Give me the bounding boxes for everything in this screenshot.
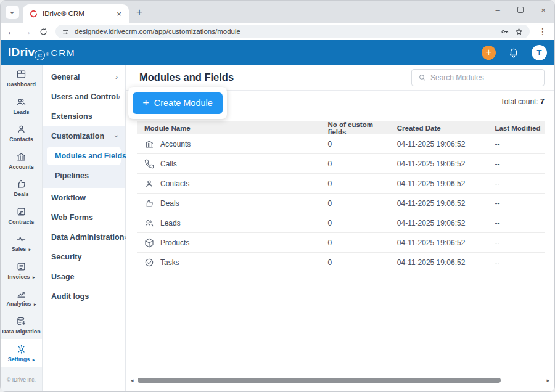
table-row-leads[interactable]: Leads 0 04-11-2025 19:06:52 -- [137,213,545,233]
table-row-accounts[interactable]: Accounts 0 04-11-2025 19:06:52 -- [137,134,545,154]
table-row-deals[interactable]: Deals 0 04-11-2025 19:06:52 -- [137,194,545,213]
main-content: Modules and Fields + Create Module Total… [126,65,554,391]
copyright-text: © IDrive Inc. [1,367,42,391]
leads-icon [144,218,154,228]
settings-menu-users-and-control[interactable]: Users and Control › [43,87,125,107]
sidebar-item-dashboard[interactable]: Dashboard [1,65,42,92]
logo-e-mark: e [35,50,45,60]
contracts-icon [16,206,27,217]
sidebar-item-contacts[interactable]: Contacts [1,120,42,147]
settings-menu-extensions[interactable]: Extensions [43,107,125,126]
chevron-right-icon: › [118,92,120,101]
table-row-products[interactable]: Products 0 04-11-2025 19:06:52 -- [137,233,545,253]
browser-tab[interactable]: IDrive® CRM × [23,4,129,23]
scrollbar-thumb[interactable] [138,378,501,383]
settings-menu-customization[interactable]: Customization › [43,126,125,146]
app-header: IDriv e ® CRM + T [1,40,554,65]
chevron-down-icon: › [112,135,121,137]
password-key-icon[interactable] [500,27,509,36]
settings-menu-general[interactable]: General › [43,67,125,87]
address-bar[interactable]: designdev.idrivecrm.com/app/customizatio… [56,25,530,38]
settings-menu-usage[interactable]: Usage [43,267,125,287]
table-row-contacts[interactable]: Contacts 0 04-11-2025 19:06:52 -- [137,174,545,194]
total-count-value: 7 [540,97,545,106]
sidebar-item-sales[interactable]: Sales ▸ [1,229,42,257]
forward-button[interactable]: → [23,27,31,36]
logo-text: IDriv [8,46,35,59]
settings-menu-modules-and-fields[interactable]: Modules and Fields [47,147,121,165]
back-button[interactable]: ← [7,27,15,36]
url-text[interactable]: designdev.idrivecrm.com/app/customizatio… [75,28,495,35]
submenu-arrow-icon: ▸ [33,357,35,362]
sidebar-item-contracts[interactable]: Contracts [1,202,42,230]
search-modules-input[interactable] [430,73,538,82]
analytics-icon [16,288,27,299]
tab-title: IDrive® CRM [43,10,110,17]
tab-close-icon[interactable]: × [114,9,124,18]
reload-button[interactable] [39,27,48,36]
products-icon [144,238,154,248]
settings-gear-icon [16,344,27,354]
window-close-button[interactable]: × [538,6,548,15]
idrive-crm-logo: IDriv e ® CRM [8,46,76,59]
settings-menu-security[interactable]: Security [43,247,125,267]
create-module-button[interactable]: + Create Module [133,92,223,114]
user-avatar[interactable]: T [532,45,547,60]
settings-menu-audit-logs[interactable]: Audit logs [43,287,125,306]
window-minimize-button[interactable]: – [493,6,503,15]
search-icon [418,73,426,81]
scroll-left-icon[interactable]: ◂ [131,377,134,383]
sidebar-item-invoices[interactable]: Invoices ▸ [1,257,42,285]
bookmark-star-icon[interactable] [514,27,524,36]
table-row-calls[interactable]: Calls 0 04-11-2025 19:06:52 -- [137,154,545,174]
column-last-modified: Last Modified [487,125,545,132]
plus-icon: + [142,97,149,110]
column-custom-fields: No of custom fields [320,121,389,136]
submenu-arrow-icon: ▸ [29,247,31,251]
settings-menu-data-administration[interactable]: Data Administration › [43,227,125,247]
data-migration-icon [16,316,27,327]
main-sidebar: Dashboard Leads Contacts Accounts Deals … [1,65,43,391]
idrive-favicon-icon [29,9,38,18]
modules-table: Module Name No of custom fields Created … [137,121,545,272]
tab-strip: › IDrive® CRM × + – × [1,1,554,23]
horizontal-scrollbar: ◂ ▸ [131,377,549,383]
quick-add-button[interactable]: + [482,46,496,60]
sidebar-item-settings[interactable]: Settings ▸ [1,339,42,367]
sidebar-item-data-migration[interactable]: Data Migration [1,312,42,340]
notifications-bell-icon[interactable] [508,47,519,58]
sidebar-item-accounts[interactable]: Accounts [1,147,42,175]
leads-icon [16,97,27,107]
search-modules-box [411,69,545,86]
logo-registered-mark: ® [46,52,49,57]
accounts-icon [144,139,154,149]
deals-icon [16,179,27,189]
tab-search-button[interactable]: › [6,6,19,19]
table-header-row: Module Name No of custom fields Created … [137,121,545,134]
column-module-name: Module Name [137,125,320,132]
submenu-arrow-icon: ▸ [34,302,36,306]
browser-window: › IDrive® CRM × + – × ← → designdev.idri… [0,0,555,392]
settings-menu-pipelines[interactable]: Pipelines [43,166,125,186]
sidebar-item-analytics[interactable]: Analytics ▸ [1,284,42,312]
new-tab-button[interactable]: + [131,4,147,20]
scrollbar-track[interactable] [136,378,545,383]
sales-icon [16,234,27,244]
site-settings-icon[interactable] [62,28,70,36]
settings-menu: General › Users and Control › Extensions… [43,65,126,391]
submenu-arrow-icon: ▸ [33,275,35,279]
window-maximize-button[interactable] [517,7,524,13]
sidebar-item-deals[interactable]: Deals [1,174,42,202]
contacts-icon [16,124,27,134]
invoices-icon [16,261,27,272]
scroll-right-icon[interactable]: ▸ [546,377,549,383]
table-row-tasks[interactable]: Tasks 0 04-11-2025 19:06:52 -- [137,253,545,272]
sidebar-item-leads[interactable]: Leads [1,92,42,120]
browser-menu-button[interactable]: ⋮ [537,27,548,36]
settings-menu-web-forms[interactable]: Web Forms [43,208,125,227]
dashboard-icon [16,69,27,80]
calls-icon [144,159,154,169]
accounts-icon [16,152,27,162]
settings-menu-workflow[interactable]: Workflow [43,188,125,208]
chevron-right-icon: › [115,73,118,81]
